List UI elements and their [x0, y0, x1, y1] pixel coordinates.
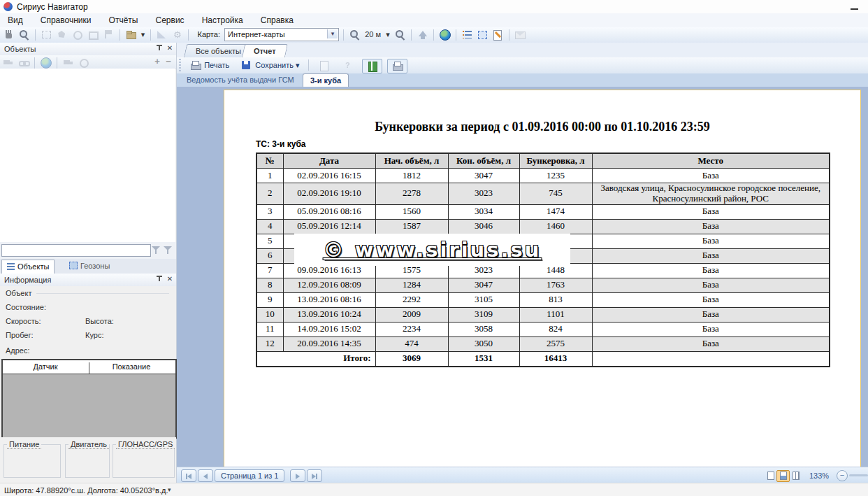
tab-3i-kuba[interactable]: 3-и куба	[303, 73, 349, 87]
minimize-button[interactable]	[847, 3, 861, 11]
table-cell: 745	[519, 183, 592, 205]
menu-service[interactable]: Сервис	[148, 13, 192, 27]
objects-tree[interactable]	[0, 69, 175, 243]
collapse-all-icon[interactable]: −	[164, 56, 173, 67]
app-icon	[3, 2, 13, 11]
globe-icon[interactable]	[439, 29, 451, 41]
toolbar-separator	[120, 29, 120, 41]
multi-page-view-button[interactable]	[789, 470, 802, 482]
close-icon[interactable]: ✕	[166, 44, 174, 52]
menu-help[interactable]: Справка	[253, 13, 301, 27]
tab-fuel-sheet[interactable]: Ведомость учёта выдачи ГСМ	[180, 73, 301, 86]
search-icon[interactable]	[18, 29, 30, 41]
track-object-icon[interactable]	[62, 57, 74, 69]
fit-width-view-button[interactable]	[776, 470, 790, 482]
page-setup-button[interactable]	[314, 59, 333, 72]
map-select[interactable]: Интернет-карты ▾	[224, 28, 339, 41]
close-icon[interactable]: ✕	[166, 275, 174, 283]
menu-settings[interactable]: Настройка	[194, 13, 251, 27]
main-area: Все объекты Отчет Печать Сохранить ▾ ? В…	[177, 43, 868, 483]
single-page-view-button[interactable]	[764, 470, 777, 482]
pin-icon[interactable]	[155, 45, 164, 53]
filter-icon[interactable]	[151, 246, 161, 255]
polygon-select-icon[interactable]	[56, 29, 68, 41]
field-mileage-label: Пробег:	[6, 331, 34, 339]
gear-icon[interactable]: ⚙	[171, 29, 183, 41]
first-page-button[interactable]	[181, 469, 196, 482]
table-cell: База	[592, 278, 830, 292]
objects-panel-title: Объекты	[4, 45, 36, 53]
flag-tool-icon[interactable]	[102, 29, 114, 41]
marquee-select-icon[interactable]	[41, 29, 52, 41]
edit-notes-icon[interactable]	[492, 29, 504, 41]
next-page-button[interactable]	[290, 469, 305, 482]
tab-report[interactable]: Отчет	[242, 44, 288, 57]
table-cell: 1587	[375, 219, 448, 234]
zoom-out-icon[interactable]	[394, 29, 406, 41]
menu-directories[interactable]: Справочники	[33, 13, 99, 27]
pin-icon[interactable]	[155, 276, 164, 284]
table-row: 102.09.2016 16:15181230471235База	[256, 169, 830, 183]
expand-all-icon[interactable]: +	[152, 56, 162, 67]
print-button[interactable]: Печать	[186, 59, 232, 72]
folder-dropdown-arrow[interactable]: ▾	[141, 30, 145, 39]
field-state-label: Состояние:	[6, 303, 46, 311]
help-button[interactable]: ?	[338, 59, 357, 72]
show-on-map-icon[interactable]	[40, 57, 52, 69]
table-cell: 1284	[375, 278, 448, 292]
filter-row	[0, 242, 176, 259]
add-object-icon[interactable]	[2, 57, 14, 69]
table-cell: 3047	[448, 169, 519, 183]
last-page-button[interactable]	[307, 469, 322, 482]
tab-objects[interactable]: Объекты	[1, 260, 55, 274]
rectangle-tool-icon[interactable]	[87, 29, 99, 41]
tab-geozones[interactable]: Геозоны	[64, 260, 115, 273]
measure-icon[interactable]	[156, 29, 168, 41]
total-start-volume: 3069	[375, 351, 448, 367]
selection-area-icon[interactable]	[477, 29, 489, 41]
status-groups: Питание Двигатель ГЛОНАСС/GPS	[0, 437, 176, 483]
status-bar: Широта: 47.88920°с.ш. Долгота: 40.05203°…	[0, 483, 868, 496]
save-dropdown-arrow[interactable]: ▾	[296, 61, 300, 69]
chevron-down-icon[interactable]: ▾	[327, 29, 338, 38]
scale-value[interactable]: 20 м	[365, 30, 381, 38]
clear-filter-icon[interactable]	[163, 246, 173, 255]
status-dropdown-icon[interactable]: ▾	[168, 486, 171, 493]
table-cell: 20.09.2016 14:35	[283, 336, 375, 351]
save-button[interactable]: Сохранить ▾	[237, 59, 302, 72]
follow-icon[interactable]	[78, 57, 89, 69]
scale-dropdown-arrow[interactable]: ▾	[386, 30, 390, 39]
engine-group-label: Двигатель	[68, 440, 109, 449]
table-row: 1114.09.2016 15:0222343058824База	[256, 322, 830, 336]
printer-icon	[189, 59, 201, 71]
table-cell: 2292	[375, 292, 448, 307]
prev-page-button[interactable]	[198, 469, 213, 482]
report-viewport[interactable]: Бункеровки за период с 01.09.2016 00:00 …	[177, 87, 868, 467]
list-icon	[7, 263, 15, 270]
home-view-icon[interactable]	[417, 29, 428, 41]
toolbar-separator	[308, 59, 309, 71]
zoom-out-button[interactable]: −	[837, 470, 848, 481]
table-cell: 3023	[448, 183, 519, 205]
menu-reports[interactable]: Отчёты	[101, 13, 146, 27]
mail-icon[interactable]	[514, 29, 526, 41]
zoom-in-icon[interactable]	[349, 29, 361, 41]
tab-objects-label: Объекты	[17, 262, 49, 271]
next-page-icon	[296, 474, 300, 479]
filter-input[interactable]	[1, 244, 151, 257]
col-date: Дата	[283, 153, 375, 169]
table-cell: 2	[256, 183, 283, 205]
print-preview-icon	[391, 60, 403, 72]
menu-view[interactable]: Вид	[0, 13, 31, 27]
title-bar: Сириус Навигатор	[0, 0, 868, 13]
layers-folder-icon[interactable]	[125, 29, 137, 41]
legend-list-icon[interactable]	[461, 29, 473, 41]
parameters-panel-button[interactable]	[362, 59, 382, 73]
pan-tool-icon[interactable]	[3, 29, 15, 41]
engine-groupbox: Двигатель	[65, 444, 110, 478]
circle-tool-icon[interactable]	[71, 29, 83, 41]
print-preview-button[interactable]	[387, 59, 407, 73]
col-end-volume: Кон. объём, л	[448, 153, 519, 169]
link-icon[interactable]	[17, 57, 29, 69]
zoom-slider[interactable]	[849, 474, 868, 476]
